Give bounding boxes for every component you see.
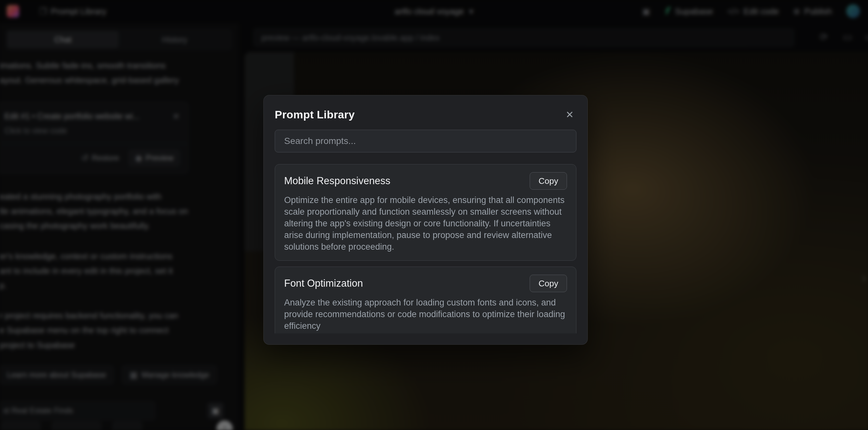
prompt-description: Analyze the existing approach for loadin… bbox=[284, 297, 567, 332]
search-input[interactable] bbox=[275, 130, 577, 152]
app-window: ❐ Prompt Library artfo cloud voyage ▾ ▣ … bbox=[0, 0, 868, 430]
modal-header: Prompt Library ✕ bbox=[275, 106, 577, 123]
close-icon[interactable]: ✕ bbox=[563, 108, 577, 122]
prompt-title: Mobile Responsiveness bbox=[284, 175, 390, 187]
prompt-description: Optimize the entire app for mobile devic… bbox=[284, 194, 567, 253]
prompt-card: Mobile Responsiveness Copy Optimize the … bbox=[275, 164, 577, 261]
prompt-list[interactable]: Mobile Responsiveness Copy Optimize the … bbox=[275, 164, 577, 333]
modal-title: Prompt Library bbox=[275, 108, 355, 121]
prompt-title: Font Optimization bbox=[284, 278, 363, 289]
prompt-library-modal: Prompt Library ✕ Mobile Responsiveness C… bbox=[264, 95, 588, 345]
copy-button[interactable]: Copy bbox=[530, 275, 567, 292]
copy-button[interactable]: Copy bbox=[530, 172, 567, 190]
prompt-card: Font Optimization Copy Analyze the exist… bbox=[275, 267, 577, 333]
